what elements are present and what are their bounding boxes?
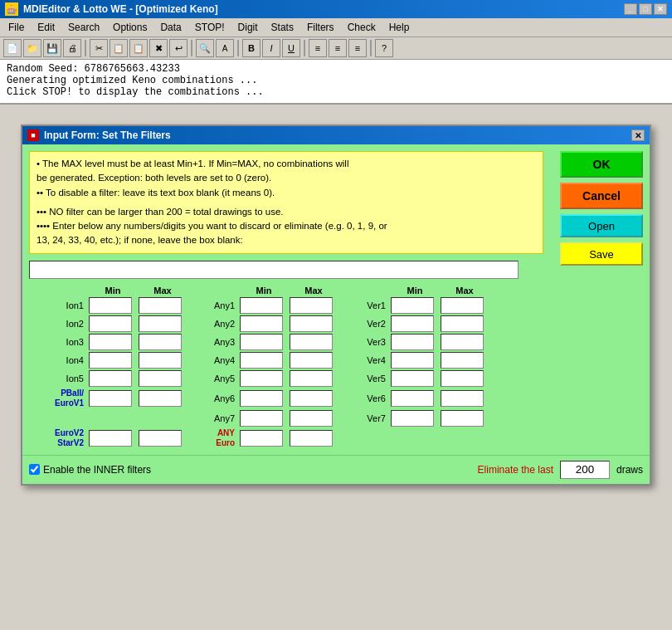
label-ion4: Ion4: [29, 355, 87, 365]
menu-digit[interactable]: Digit: [233, 20, 263, 35]
ver2-min[interactable]: [391, 315, 434, 332]
toolbar-print[interactable]: 🖨: [63, 39, 81, 57]
any4-min[interactable]: [240, 352, 283, 369]
menu-filters[interactable]: Filters: [302, 20, 339, 35]
dialog-title-bar: ■ Input Form: Set The Filters ✕: [22, 126, 650, 144]
toolbar-help[interactable]: ?: [375, 39, 393, 57]
inner-filters-checkbox[interactable]: [29, 464, 40, 475]
open-button[interactable]: Open: [560, 214, 643, 237]
ver3-min[interactable]: [391, 334, 434, 350]
ion5-min[interactable]: [89, 370, 132, 387]
any6-min[interactable]: [240, 390, 283, 407]
menu-file[interactable]: File: [3, 20, 29, 35]
menu-search[interactable]: Search: [63, 20, 105, 35]
save-button[interactable]: Save: [560, 242, 643, 266]
ver4-max[interactable]: [441, 352, 484, 369]
toolbar-delete[interactable]: ✖: [149, 39, 168, 57]
menu-data[interactable]: Data: [155, 20, 186, 35]
label-any-euro: ANYEuro: [188, 428, 238, 448]
header-max-2: Max: [290, 286, 338, 295]
toolbar-undo[interactable]: ↩: [169, 39, 187, 57]
pball-min[interactable]: [89, 390, 132, 407]
eurov2-max[interactable]: [139, 430, 182, 447]
inner-filters-checkbox-label[interactable]: Enable the INNER filters: [29, 464, 151, 476]
ver3-max[interactable]: [441, 334, 484, 350]
maximize-btn[interactable]: □: [639, 3, 652, 15]
any2-min[interactable]: [240, 315, 283, 332]
label-ver7: Ver7: [339, 413, 389, 423]
ion3-max[interactable]: [139, 334, 182, 350]
ver1-max[interactable]: [441, 297, 484, 314]
any4-max[interactable]: [290, 352, 333, 369]
toolbar-align-left[interactable]: ≡: [309, 39, 327, 57]
toolbar-find[interactable]: 🔍: [196, 39, 214, 57]
ion5-max[interactable]: [139, 370, 182, 387]
label-any2: Any2: [188, 319, 238, 329]
main-text-area: Random Seed: 6786765663.43233 Generating…: [0, 60, 672, 105]
any6-max[interactable]: [290, 390, 333, 407]
any3-min[interactable]: [240, 334, 283, 350]
toolbar-underline[interactable]: U: [282, 39, 300, 57]
ver5-min[interactable]: [391, 370, 434, 387]
toolbar-bold[interactable]: B: [242, 39, 261, 57]
any5-min[interactable]: [240, 370, 283, 387]
ion4-min[interactable]: [89, 352, 132, 369]
toolbar-font[interactable]: A: [216, 39, 234, 57]
any2-max[interactable]: [290, 315, 333, 332]
any5-max[interactable]: [290, 370, 333, 387]
toolbar-new[interactable]: 📄: [3, 39, 22, 57]
dialog-close-button[interactable]: ✕: [631, 129, 645, 141]
ver6-max[interactable]: [441, 390, 484, 407]
ion1-max[interactable]: [139, 297, 182, 314]
ion2-max[interactable]: [139, 315, 182, 332]
ok-button[interactable]: OK: [560, 151, 643, 178]
any1-min[interactable]: [240, 297, 283, 314]
ver4-min[interactable]: [391, 352, 434, 369]
filter-dialog: ■ Input Form: Set The Filters ✕ • The MA…: [21, 125, 651, 486]
toolbar-align-right[interactable]: ≡: [348, 39, 367, 57]
menu-options[interactable]: Options: [108, 20, 152, 35]
any7-min[interactable]: [240, 410, 283, 427]
label-ver6: Ver6: [339, 393, 389, 403]
label-ver2: Ver2: [339, 319, 389, 329]
ver1-min[interactable]: [391, 297, 434, 314]
toolbar-copy[interactable]: 📋: [110, 39, 128, 57]
anyeuro-min[interactable]: [240, 430, 283, 447]
toolbar-cut[interactable]: ✂: [90, 39, 108, 57]
ion2-min[interactable]: [89, 315, 132, 332]
dialog-icon: ■: [27, 129, 39, 141]
menu-help[interactable]: Help: [384, 20, 415, 35]
toolbar-align-center[interactable]: ≡: [329, 39, 347, 57]
pball-max[interactable]: [139, 390, 182, 407]
discard-input[interactable]: [29, 261, 519, 279]
ion4-max[interactable]: [139, 352, 182, 369]
toolbar-italic[interactable]: I: [262, 39, 280, 57]
any7-max[interactable]: [290, 410, 333, 427]
minimize-btn[interactable]: _: [624, 3, 637, 15]
ver5-max[interactable]: [441, 370, 484, 387]
dialog-action-buttons: OK Cancel Open Save: [560, 151, 643, 266]
menu-check[interactable]: Check: [343, 20, 381, 35]
any1-max[interactable]: [290, 297, 333, 314]
ver7-max[interactable]: [441, 410, 484, 427]
any3-max[interactable]: [290, 334, 333, 350]
menu-stats[interactable]: Stats: [266, 20, 299, 35]
cancel-button[interactable]: Cancel: [560, 183, 643, 209]
draws-label: draws: [616, 464, 643, 476]
close-btn[interactable]: ✕: [654, 3, 667, 15]
toolbar-open[interactable]: 📁: [23, 39, 41, 57]
menu-edit[interactable]: Edit: [32, 20, 60, 35]
inner-filters-label: Enable the INNER filters: [43, 464, 151, 476]
ion1-min[interactable]: [89, 297, 132, 314]
toolbar-paste[interactable]: 📋: [129, 39, 148, 57]
header-min-3: Min: [391, 286, 439, 295]
toolbar-save[interactable]: 💾: [43, 39, 61, 57]
ver6-min[interactable]: [391, 390, 434, 407]
ion3-min[interactable]: [89, 334, 132, 350]
menu-stop[interactable]: STOP!: [190, 20, 230, 35]
eliminate-input[interactable]: [560, 461, 610, 479]
ver7-min[interactable]: [391, 410, 434, 427]
ver2-max[interactable]: [441, 315, 484, 332]
eurov2-min[interactable]: [89, 430, 132, 447]
anyeuro-max[interactable]: [290, 430, 333, 447]
